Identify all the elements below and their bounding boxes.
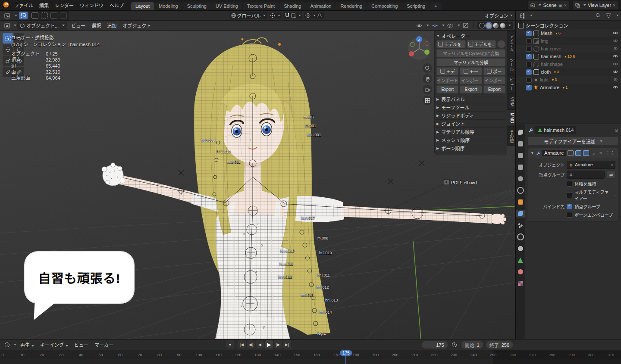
- category-tab[interactable]: モー: [460, 67, 482, 75]
- modifier-extras-icon[interactable]: ⌄: [591, 150, 596, 156]
- workspace-tab[interactable]: Texture Paint: [243, 2, 279, 10]
- outliner-checkbox[interactable]: [526, 46, 532, 52]
- transport-button[interactable]: ◀|: [247, 340, 255, 348]
- orthographic-toggle-icon[interactable]: [423, 96, 432, 105]
- transport-button[interactable]: |◀: [238, 340, 246, 348]
- mode-dropdown[interactable]: オブジェクト...: [17, 22, 67, 30]
- move-tool[interactable]: [3, 44, 13, 55]
- operator-panel-header[interactable]: ▼ オペレーター: [436, 32, 505, 39]
- viewport-menu-item[interactable]: 追加: [104, 21, 119, 30]
- menu-item[interactable]: ファイル: [11, 1, 36, 9]
- outliner-row[interactable]: cloth 3: [516, 68, 621, 76]
- properties-tab[interactable]: [516, 175, 525, 183]
- properties-tab[interactable]: [516, 140, 525, 148]
- outliner-row[interactable]: light 3: [516, 76, 621, 84]
- outliner-row[interactable]: hair.curve: [516, 45, 621, 53]
- properties-tab[interactable]: [516, 280, 525, 287]
- panel-section-header[interactable]: ▶ 表示パネル: [436, 95, 505, 103]
- workspace-tab[interactable]: Sculpting: [183, 2, 211, 10]
- preview-range-toggle[interactable]: [450, 341, 459, 349]
- material-shading-icon[interactable]: [493, 23, 499, 28]
- pin-icon[interactable]: ⊙: [615, 128, 618, 133]
- preserve-volume-checkbox[interactable]: [567, 181, 572, 187]
- auto-keying-toggle[interactable]: ●: [226, 340, 234, 348]
- category-tab[interactable]: ポー: [483, 67, 505, 75]
- workspace-tab[interactable]: Modeling: [154, 2, 182, 10]
- export-button[interactable]: Export: [483, 85, 505, 93]
- gizmo-toggle[interactable]: [430, 22, 439, 29]
- pan-hand-icon[interactable]: [423, 74, 432, 84]
- breadcrumb-object[interactable]: hair.mesh.014: [535, 126, 576, 134]
- workspace-tab[interactable]: Animation: [306, 2, 336, 10]
- close-icon[interactable]: ×: [564, 3, 567, 8]
- import-button[interactable]: インポー..: [483, 76, 505, 84]
- transport-button[interactable]: ▶: [265, 340, 273, 348]
- solid-shading-icon[interactable]: [486, 23, 492, 28]
- timeline-menu-item[interactable]: ビュー: [71, 340, 91, 349]
- drag-handle-icon[interactable]: ⋮⋮: [605, 150, 616, 156]
- transport-button[interactable]: ▶|: [283, 340, 291, 348]
- hide-eye-icon[interactable]: [612, 69, 618, 75]
- blender-logo-icon[interactable]: [3, 1, 9, 9]
- measure-tool[interactable]: [14, 67, 24, 77]
- rotate-tool[interactable]: [14, 44, 24, 55]
- vertex-group-field[interactable]: [567, 171, 605, 179]
- menu-item[interactable]: レンダー: [52, 1, 77, 9]
- outliner-row[interactable]: Mesh 6: [516, 29, 621, 37]
- workspace-tab[interactable]: Shading: [279, 2, 305, 10]
- cursor-tool[interactable]: [14, 33, 24, 44]
- pivot-point[interactable]: [269, 12, 282, 19]
- outliner-checkbox[interactable]: [526, 69, 532, 75]
- export-button[interactable]: Export: [460, 85, 482, 93]
- panel-section-header[interactable]: ▶ メッシュ順序: [436, 136, 505, 144]
- transform-orientation[interactable]: グローバル: [230, 12, 267, 19]
- n-panel-tab[interactable]: VRM: [507, 94, 515, 110]
- modifier-header[interactable]: ▼ Armature ⌄ × ⋮⋮: [528, 148, 618, 158]
- timeline-menu-item[interactable]: キーイング: [37, 340, 71, 349]
- camera-view-icon[interactable]: [423, 85, 432, 94]
- hide-eye-icon[interactable]: [612, 46, 618, 51]
- close-icon[interactable]: ×: [599, 150, 603, 156]
- outliner-row[interactable]: img: [516, 37, 621, 45]
- hide-eye-icon[interactable]: [612, 62, 618, 67]
- editor-type-button[interactable]: [3, 341, 11, 348]
- transport-button[interactable]: ◀: [256, 340, 264, 348]
- outliner-checkbox[interactable]: [526, 62, 532, 67]
- transform-tool[interactable]: [14, 56, 24, 66]
- workspace-tab[interactable]: Layout: [131, 2, 154, 10]
- outliner-checkbox[interactable]: [526, 77, 532, 83]
- menu-item[interactable]: ヘルプ: [107, 1, 127, 9]
- view-layer-selector[interactable]: View Layer ×: [572, 1, 618, 10]
- object-field[interactable]: Armature ×: [567, 161, 615, 169]
- viewport-menu-item[interactable]: 選択: [88, 21, 104, 30]
- hide-eye-icon[interactable]: [612, 38, 618, 44]
- n-panel-tab[interactable]: ツール: [507, 55, 515, 75]
- properties-tab[interactable]: [516, 210, 525, 218]
- current-frame-field[interactable]: 175: [421, 341, 448, 349]
- bind-bone-envelopes-checkbox[interactable]: [567, 212, 572, 218]
- outliner-checkbox[interactable]: [526, 54, 532, 59]
- properties-tab[interactable]: [516, 152, 525, 159]
- overlays-toggle[interactable]: [446, 22, 455, 29]
- hide-eye-icon[interactable]: [612, 31, 618, 36]
- editor-type-button[interactable]: [518, 12, 527, 19]
- zoom-icon[interactable]: [423, 63, 432, 73]
- n-panel-tab[interactable]: MMD: [507, 110, 515, 127]
- realtime-display-toggle[interactable]: [575, 150, 581, 156]
- import-button[interactable]: インポート: [436, 76, 458, 84]
- properties-tab[interactable]: [516, 163, 525, 171]
- scale-tool[interactable]: [3, 56, 13, 66]
- n-panel-tab[interactable]: ビュー: [507, 75, 515, 94]
- snap-group[interactable]: [283, 12, 302, 19]
- workspace-tab[interactable]: +: [430, 2, 441, 10]
- modifier-name-field[interactable]: Armature: [542, 150, 566, 156]
- outliner-row[interactable]: hair.shape: [516, 60, 621, 68]
- workspace-tab[interactable]: Scripting: [402, 2, 430, 10]
- multi-modifier-checkbox[interactable]: [567, 193, 572, 198]
- select-new-icon[interactable]: [31, 12, 39, 19]
- animate-dot[interactable]: ·: [614, 181, 615, 186]
- add-modifier-button[interactable]: モディファイアーを追加: [528, 137, 618, 146]
- hide-eye-icon[interactable]: [612, 85, 618, 90]
- menu-item[interactable]: ウィンドウ: [77, 1, 107, 9]
- editor-type-button[interactable]: [3, 12, 11, 19]
